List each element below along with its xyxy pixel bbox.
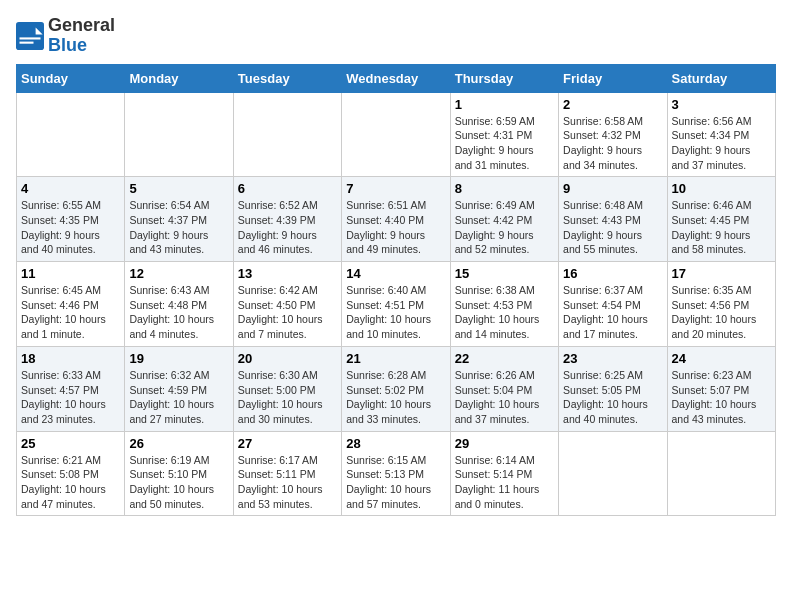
- weekday-header-saturday: Saturday: [667, 64, 775, 92]
- calendar-cell: 11Sunrise: 6:45 AM Sunset: 4:46 PM Dayli…: [17, 262, 125, 347]
- day-detail: Sunrise: 6:19 AM Sunset: 5:10 PM Dayligh…: [129, 453, 228, 512]
- calendar-cell: 17Sunrise: 6:35 AM Sunset: 4:56 PM Dayli…: [667, 262, 775, 347]
- day-detail: Sunrise: 6:45 AM Sunset: 4:46 PM Dayligh…: [21, 283, 120, 342]
- svg-rect-3: [20, 41, 34, 43]
- day-number: 4: [21, 181, 120, 196]
- calendar-cell: 12Sunrise: 6:43 AM Sunset: 4:48 PM Dayli…: [125, 262, 233, 347]
- day-detail: Sunrise: 6:49 AM Sunset: 4:42 PM Dayligh…: [455, 198, 554, 257]
- day-detail: Sunrise: 6:14 AM Sunset: 5:14 PM Dayligh…: [455, 453, 554, 512]
- day-number: 7: [346, 181, 445, 196]
- day-number: 28: [346, 436, 445, 451]
- day-detail: Sunrise: 6:25 AM Sunset: 5:05 PM Dayligh…: [563, 368, 662, 427]
- day-number: 1: [455, 97, 554, 112]
- day-number: 13: [238, 266, 337, 281]
- header: GeneralBlue: [16, 16, 776, 56]
- day-number: 19: [129, 351, 228, 366]
- svg-rect-2: [20, 37, 41, 39]
- calendar-week-2: 4Sunrise: 6:55 AM Sunset: 4:35 PM Daylig…: [17, 177, 776, 262]
- day-detail: Sunrise: 6:51 AM Sunset: 4:40 PM Dayligh…: [346, 198, 445, 257]
- calendar-cell: 21Sunrise: 6:28 AM Sunset: 5:02 PM Dayli…: [342, 346, 450, 431]
- day-number: 10: [672, 181, 771, 196]
- day-detail: Sunrise: 6:32 AM Sunset: 4:59 PM Dayligh…: [129, 368, 228, 427]
- logo: GeneralBlue: [16, 16, 115, 56]
- day-number: 18: [21, 351, 120, 366]
- day-detail: Sunrise: 6:59 AM Sunset: 4:31 PM Dayligh…: [455, 114, 554, 173]
- calendar-cell: 5Sunrise: 6:54 AM Sunset: 4:37 PM Daylig…: [125, 177, 233, 262]
- day-detail: Sunrise: 6:15 AM Sunset: 5:13 PM Dayligh…: [346, 453, 445, 512]
- calendar-cell: [342, 92, 450, 177]
- day-number: 12: [129, 266, 228, 281]
- calendar-cell: 8Sunrise: 6:49 AM Sunset: 4:42 PM Daylig…: [450, 177, 558, 262]
- calendar-cell: 28Sunrise: 6:15 AM Sunset: 5:13 PM Dayli…: [342, 431, 450, 516]
- day-number: 8: [455, 181, 554, 196]
- calendar-cell: 6Sunrise: 6:52 AM Sunset: 4:39 PM Daylig…: [233, 177, 341, 262]
- day-number: 16: [563, 266, 662, 281]
- calendar-cell: [125, 92, 233, 177]
- logo-text: GeneralBlue: [48, 16, 115, 56]
- day-number: 24: [672, 351, 771, 366]
- calendar-cell: 10Sunrise: 6:46 AM Sunset: 4:45 PM Dayli…: [667, 177, 775, 262]
- day-number: 22: [455, 351, 554, 366]
- day-number: 26: [129, 436, 228, 451]
- day-detail: Sunrise: 6:56 AM Sunset: 4:34 PM Dayligh…: [672, 114, 771, 173]
- calendar-cell: 19Sunrise: 6:32 AM Sunset: 4:59 PM Dayli…: [125, 346, 233, 431]
- calendar-cell: 1Sunrise: 6:59 AM Sunset: 4:31 PM Daylig…: [450, 92, 558, 177]
- day-number: 27: [238, 436, 337, 451]
- day-number: 9: [563, 181, 662, 196]
- day-number: 11: [21, 266, 120, 281]
- weekday-header-wednesday: Wednesday: [342, 64, 450, 92]
- calendar-cell: [667, 431, 775, 516]
- day-detail: Sunrise: 6:54 AM Sunset: 4:37 PM Dayligh…: [129, 198, 228, 257]
- calendar-cell: 4Sunrise: 6:55 AM Sunset: 4:35 PM Daylig…: [17, 177, 125, 262]
- day-detail: Sunrise: 6:37 AM Sunset: 4:54 PM Dayligh…: [563, 283, 662, 342]
- calendar-cell: 14Sunrise: 6:40 AM Sunset: 4:51 PM Dayli…: [342, 262, 450, 347]
- day-number: 29: [455, 436, 554, 451]
- day-detail: Sunrise: 6:46 AM Sunset: 4:45 PM Dayligh…: [672, 198, 771, 257]
- day-number: 21: [346, 351, 445, 366]
- calendar-cell: 23Sunrise: 6:25 AM Sunset: 5:05 PM Dayli…: [559, 346, 667, 431]
- day-detail: Sunrise: 6:58 AM Sunset: 4:32 PM Dayligh…: [563, 114, 662, 173]
- weekday-header-thursday: Thursday: [450, 64, 558, 92]
- day-number: 2: [563, 97, 662, 112]
- calendar-cell: 27Sunrise: 6:17 AM Sunset: 5:11 PM Dayli…: [233, 431, 341, 516]
- day-detail: Sunrise: 6:52 AM Sunset: 4:39 PM Dayligh…: [238, 198, 337, 257]
- calendar-week-3: 11Sunrise: 6:45 AM Sunset: 4:46 PM Dayli…: [17, 262, 776, 347]
- logo-icon: [16, 22, 44, 50]
- calendar-week-4: 18Sunrise: 6:33 AM Sunset: 4:57 PM Dayli…: [17, 346, 776, 431]
- calendar-cell: [17, 92, 125, 177]
- calendar-cell: 20Sunrise: 6:30 AM Sunset: 5:00 PM Dayli…: [233, 346, 341, 431]
- day-number: 17: [672, 266, 771, 281]
- calendar-cell: 24Sunrise: 6:23 AM Sunset: 5:07 PM Dayli…: [667, 346, 775, 431]
- day-detail: Sunrise: 6:40 AM Sunset: 4:51 PM Dayligh…: [346, 283, 445, 342]
- day-detail: Sunrise: 6:35 AM Sunset: 4:56 PM Dayligh…: [672, 283, 771, 342]
- day-number: 15: [455, 266, 554, 281]
- calendar-week-5: 25Sunrise: 6:21 AM Sunset: 5:08 PM Dayli…: [17, 431, 776, 516]
- day-number: 20: [238, 351, 337, 366]
- day-number: 14: [346, 266, 445, 281]
- day-detail: Sunrise: 6:48 AM Sunset: 4:43 PM Dayligh…: [563, 198, 662, 257]
- day-detail: Sunrise: 6:28 AM Sunset: 5:02 PM Dayligh…: [346, 368, 445, 427]
- calendar-cell: 15Sunrise: 6:38 AM Sunset: 4:53 PM Dayli…: [450, 262, 558, 347]
- weekday-header-friday: Friday: [559, 64, 667, 92]
- day-detail: Sunrise: 6:23 AM Sunset: 5:07 PM Dayligh…: [672, 368, 771, 427]
- day-detail: Sunrise: 6:21 AM Sunset: 5:08 PM Dayligh…: [21, 453, 120, 512]
- weekday-header-monday: Monday: [125, 64, 233, 92]
- calendar-cell: 3Sunrise: 6:56 AM Sunset: 4:34 PM Daylig…: [667, 92, 775, 177]
- day-number: 5: [129, 181, 228, 196]
- day-detail: Sunrise: 6:33 AM Sunset: 4:57 PM Dayligh…: [21, 368, 120, 427]
- calendar-cell: 18Sunrise: 6:33 AM Sunset: 4:57 PM Dayli…: [17, 346, 125, 431]
- svg-rect-0: [16, 22, 44, 50]
- calendar-cell: 2Sunrise: 6:58 AM Sunset: 4:32 PM Daylig…: [559, 92, 667, 177]
- calendar-cell: [559, 431, 667, 516]
- day-detail: Sunrise: 6:38 AM Sunset: 4:53 PM Dayligh…: [455, 283, 554, 342]
- day-detail: Sunrise: 6:43 AM Sunset: 4:48 PM Dayligh…: [129, 283, 228, 342]
- calendar-cell: 25Sunrise: 6:21 AM Sunset: 5:08 PM Dayli…: [17, 431, 125, 516]
- day-number: 6: [238, 181, 337, 196]
- day-number: 25: [21, 436, 120, 451]
- calendar-week-1: 1Sunrise: 6:59 AM Sunset: 4:31 PM Daylig…: [17, 92, 776, 177]
- calendar-cell: 9Sunrise: 6:48 AM Sunset: 4:43 PM Daylig…: [559, 177, 667, 262]
- calendar-cell: 29Sunrise: 6:14 AM Sunset: 5:14 PM Dayli…: [450, 431, 558, 516]
- day-number: 3: [672, 97, 771, 112]
- calendar-cell: [233, 92, 341, 177]
- weekday-header-tuesday: Tuesday: [233, 64, 341, 92]
